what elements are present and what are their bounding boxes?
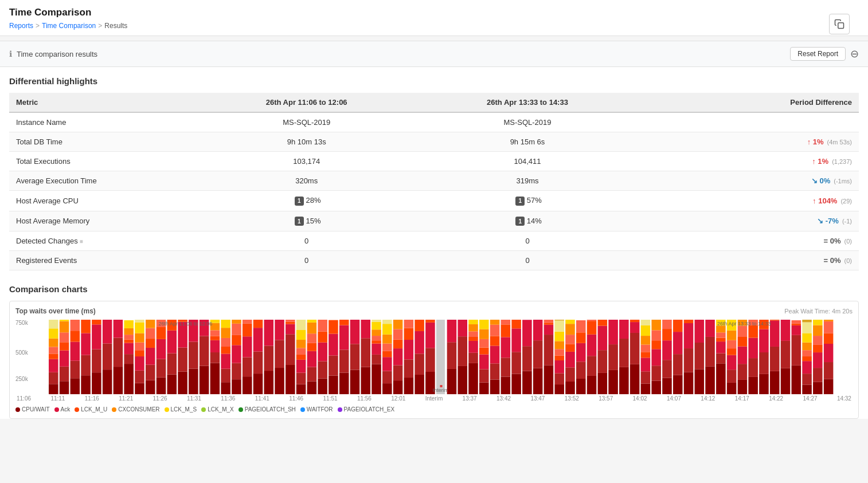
svg-rect-287: [662, 378, 672, 395]
svg-rect-363: [824, 379, 834, 394]
svg-rect-86: [221, 338, 230, 347]
svg-rect-154: [372, 329, 381, 336]
svg-rect-142: [339, 320, 349, 325]
copy-button[interactable]: [829, 14, 850, 34]
badge-icon: 1: [515, 197, 525, 206]
period1-cell: 1 15%: [196, 211, 417, 231]
svg-rect-297: [684, 348, 694, 372]
metric-cell: Host Average Memory: [9, 211, 196, 231]
svg-rect-30: [103, 344, 112, 370]
svg-rect-213: [501, 377, 511, 394]
svg-rect-71: [189, 320, 198, 341]
svg-rect-253: [576, 320, 586, 332]
highlights-title: Differential highlights: [9, 76, 859, 86]
svg-rect-33: [114, 338, 123, 367]
collapse-button[interactable]: ⊖: [850, 49, 859, 59]
svg-rect-165: [393, 380, 403, 394]
svg-rect-139: [339, 373, 349, 394]
svg-rect-41: [124, 320, 134, 328]
svg-rect-52: [146, 348, 155, 365]
svg-rect-113: [286, 322, 295, 324]
legend-color-dot: [300, 407, 305, 412]
breadcrumb-sep2: >: [98, 22, 102, 30]
xaxis-label: 14:32: [837, 395, 851, 402]
xaxis-label: 12:01: [391, 395, 405, 402]
xaxis-label: 11:36: [221, 395, 235, 402]
svg-rect-298: [684, 323, 694, 348]
svg-rect-20: [71, 320, 80, 331]
svg-rect-28: [92, 320, 101, 324]
col-period2: 26th Apr 13:33 to 14:33: [417, 93, 638, 112]
svg-rect-188: [447, 342, 457, 369]
svg-rect-313: [727, 383, 737, 394]
svg-rect-155: [372, 322, 381, 330]
svg-rect-115: [296, 384, 306, 394]
xaxis-label: 14:02: [633, 395, 647, 402]
svg-rect-342: [792, 366, 801, 394]
svg-rect-360: [813, 336, 823, 345]
svg-rect-173: [404, 340, 414, 359]
svg-rect-284: [651, 340, 661, 349]
svg-rect-229: [544, 335, 554, 365]
svg-rect-230: [544, 325, 554, 335]
legend-item: PAGEIOLATCH_EX: [338, 406, 395, 413]
period1-cell: 0: [196, 251, 417, 270]
svg-rect-288: [662, 360, 672, 378]
svg-rect-281: [651, 381, 661, 395]
svg-rect-133: [318, 332, 327, 343]
svg-rect-195: [468, 341, 478, 353]
svg-rect-114: [286, 320, 295, 322]
svg-rect-147: [361, 338, 370, 367]
svg-rect-122: [296, 320, 306, 330]
diff-value: = 0%: [824, 237, 841, 245]
svg-rect-218: [511, 374, 521, 395]
xaxis-label: 14:27: [803, 395, 818, 402]
svg-rect-174: [404, 328, 414, 340]
svg-rect-346: [792, 320, 801, 324]
svg-rect-280: [641, 320, 651, 325]
svg-rect-164: [382, 320, 392, 324]
svg-rect-243: [565, 367, 575, 382]
svg-rect-289: [662, 340, 672, 360]
diff-value: ↑ 104%: [812, 197, 837, 205]
svg-rect-128: [307, 323, 317, 333]
diff-value: ↑ 1%: [807, 138, 824, 146]
table-row: Total Executions103,174104,411↑ 1%(1,237…: [9, 152, 859, 171]
svg-rect-15: [60, 320, 69, 321]
svg-rect-316: [727, 348, 737, 355]
svg-rect-208: [490, 363, 500, 379]
svg-rect-146: [361, 367, 370, 395]
legend-label: PAGEIOLATCH_EX: [344, 406, 395, 413]
svg-rect-34: [114, 320, 123, 337]
svg-rect-225: [533, 368, 543, 395]
svg-rect-24: [81, 320, 91, 333]
svg-rect-246: [565, 335, 575, 344]
svg-rect-340: [781, 341, 791, 368]
svg-rect-36: [124, 354, 134, 364]
svg-rect-95: [243, 376, 252, 394]
svg-rect-307: [716, 354, 726, 364]
svg-rect-329: [748, 325, 758, 338]
period2-cell: 1 57%: [417, 191, 638, 211]
period1-cell: MS-SQL-2019: [196, 112, 417, 132]
chart-title: Top waits over time (ms): [15, 307, 96, 315]
reset-report-button[interactable]: Reset Report: [790, 47, 846, 61]
svg-rect-0: [838, 23, 844, 29]
svg-rect-250: [576, 362, 586, 379]
breadcrumb-time-comparison[interactable]: Time Comparison: [42, 22, 96, 30]
breadcrumb-reports[interactable]: Reports: [9, 22, 33, 30]
svg-rect-304: [705, 337, 715, 366]
svg-rect-156: [372, 320, 381, 322]
svg-rect-74: [200, 320, 209, 336]
svg-rect-242: [565, 382, 575, 394]
svg-rect-256: [587, 335, 597, 356]
svg-rect-62: [167, 354, 177, 375]
svg-rect-108: [275, 340, 284, 368]
svg-rect-136: [329, 356, 338, 376]
svg-rect-349: [802, 361, 812, 374]
svg-rect-22: [81, 355, 91, 376]
svg-rect-78: [210, 336, 220, 340]
diff-cell: ↘ 0%(-1ms): [638, 171, 859, 191]
svg-rect-328: [748, 338, 758, 359]
top-waits-chart: Top waits over time (ms) Peak Wait Time:…: [9, 301, 859, 419]
